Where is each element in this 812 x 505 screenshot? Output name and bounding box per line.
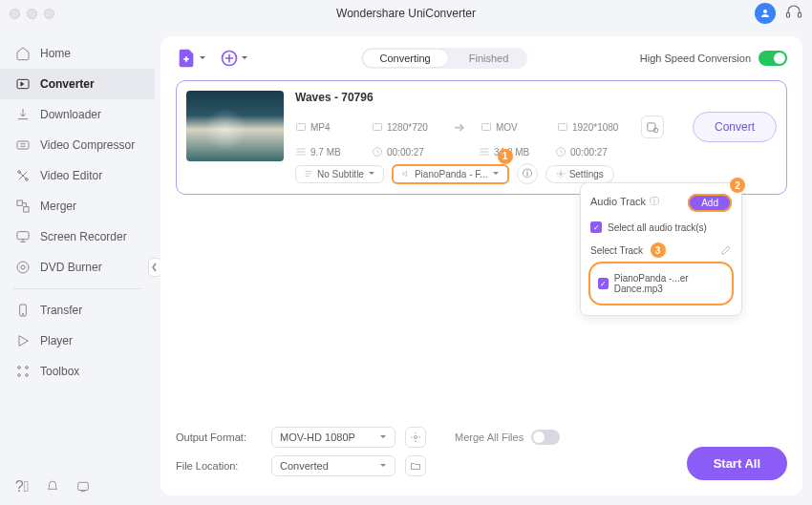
start-all-button[interactable]: Start All	[687, 447, 787, 480]
step-2-badge: 2	[730, 178, 745, 193]
sidebar-collapse-handle[interactable]	[148, 258, 161, 277]
notification-icon[interactable]	[44, 478, 61, 495]
sidebar-item-label: Transfer	[40, 304, 82, 317]
tab-finished[interactable]: Finished	[450, 48, 528, 69]
arrow-icon: ➜	[454, 119, 465, 135]
main-panel: Converting Finished High Speed Conversio…	[160, 36, 802, 495]
sidebar-item-label: Converter	[40, 77, 95, 91]
step-1-badge: 1	[498, 149, 513, 164]
svg-rect-30	[78, 482, 89, 490]
svg-point-18	[26, 374, 29, 377]
svg-rect-7	[17, 200, 22, 205]
sidebar-item-label: Home	[40, 47, 71, 60]
sidebar-item-label: Video Editor	[40, 169, 102, 182]
sidebar-item-player[interactable]: Player	[0, 326, 155, 356]
output-settings-icon[interactable]	[405, 427, 426, 448]
svg-rect-22	[482, 124, 491, 131]
svg-point-15	[18, 367, 21, 369]
hsc-toggle[interactable]	[759, 51, 787, 66]
svg-point-16	[26, 367, 29, 369]
svg-point-10	[17, 262, 29, 273]
sidebar-item-label: Screen Recorder	[40, 230, 127, 243]
svg-rect-20	[297, 124, 306, 131]
sidebar-item-recorder[interactable]: Screen Recorder	[0, 221, 155, 252]
video-thumbnail[interactable]	[186, 91, 284, 161]
src-resolution: 1280*720	[372, 121, 438, 133]
feedback-icon[interactable]	[75, 478, 92, 495]
sidebar-item-label: Toolbox	[40, 365, 79, 378]
add-url-button[interactable]	[220, 49, 248, 68]
add-file-button[interactable]	[176, 48, 206, 69]
track-filename: PianoPanda -...er Dance.mp3	[614, 273, 724, 294]
src-size: 9.7 MB	[295, 146, 362, 158]
svg-rect-1	[787, 13, 790, 18]
app-title: Wondershare UniConverter	[336, 7, 476, 20]
sidebar-item-label: DVD Burner	[40, 261, 102, 274]
open-folder-icon[interactable]	[405, 455, 426, 476]
audio-track-row[interactable]: PianoPanda -...er Dance.mp3	[588, 262, 734, 305]
sidebar-item-label: Downloader	[40, 108, 101, 121]
svg-point-28	[559, 173, 562, 176]
sidebar: Home Converter Downloader Video Compress…	[0, 27, 155, 505]
sidebar-item-toolbox[interactable]: Toolbox	[0, 356, 155, 387]
svg-marker-14	[19, 336, 28, 347]
svg-point-0	[763, 10, 767, 13]
file-location-label: File Location:	[176, 460, 262, 472]
dst-duration: 00:00:27	[555, 146, 622, 158]
merge-label: Merge All Files	[455, 431, 524, 443]
select-all-row[interactable]: Select all audio track(s)	[590, 218, 732, 237]
sidebar-item-label: Player	[40, 334, 73, 347]
src-format: MP4	[295, 121, 362, 133]
svg-rect-23	[559, 124, 567, 131]
select-track-label: Select Track	[590, 245, 643, 256]
sidebar-item-converter[interactable]: Converter	[0, 69, 155, 99]
info-icon[interactable]: ⓘ	[517, 163, 538, 184]
tab-segment: Converting Finished	[361, 48, 528, 69]
convert-button[interactable]: Convert	[693, 112, 777, 142]
file-location-select[interactable]: Converted	[271, 455, 395, 476]
edit-icon[interactable]	[720, 244, 732, 256]
support-icon[interactable]	[785, 3, 802, 24]
svg-point-17	[18, 374, 21, 377]
sidebar-item-compressor[interactable]: Video Compressor	[0, 130, 155, 160]
popover-title: Audio Trackⓘ	[590, 195, 659, 208]
sidebar-item-transfer[interactable]: Transfer	[0, 295, 155, 326]
svg-rect-8	[24, 207, 29, 212]
sidebar-item-label: Video Compressor	[40, 138, 135, 152]
divider	[13, 288, 141, 289]
output-format-label: Output Format:	[176, 431, 262, 443]
step-3-badge: 3	[651, 242, 666, 258]
svg-rect-21	[374, 124, 382, 131]
svg-rect-9	[17, 232, 29, 240]
sidebar-item-home[interactable]: Home	[0, 38, 155, 69]
audio-track-select[interactable]: PianoPanda - F... 1	[392, 164, 509, 184]
svg-point-29	[415, 436, 417, 439]
hsc-label: High Speed Conversion	[640, 53, 751, 64]
merge-toggle[interactable]	[531, 430, 560, 445]
user-avatar-icon[interactable]	[755, 3, 776, 24]
output-settings-button[interactable]	[641, 116, 664, 138]
svg-point-11	[21, 265, 25, 269]
audio-track-popover: Audio Trackⓘ Add 2 Select all audio trac…	[580, 182, 742, 316]
tab-converting[interactable]: Converting	[363, 50, 448, 67]
sidebar-item-downloader[interactable]: Downloader	[0, 99, 155, 130]
file-card: Waves - 70796 MP4 1280*720 ➜ MOV 1920*10…	[176, 80, 787, 195]
sidebar-item-label: Merger	[40, 200, 76, 213]
sidebar-item-dvd[interactable]: DVD Burner	[0, 252, 155, 283]
add-audio-button[interactable]: Add	[688, 194, 732, 212]
svg-point-25	[653, 128, 658, 133]
output-format-select[interactable]: MOV-HD 1080P	[271, 427, 395, 448]
svg-point-13	[22, 313, 23, 314]
dst-format: MOV	[481, 121, 547, 133]
track-checkbox[interactable]	[598, 278, 609, 289]
dst-resolution: 1920*1080	[557, 121, 624, 133]
svg-rect-2	[799, 13, 801, 18]
sidebar-item-merger[interactable]: Merger	[0, 191, 155, 221]
file-title: Waves - 70796	[295, 91, 777, 104]
window-controls[interactable]	[10, 9, 54, 19]
sidebar-item-editor[interactable]: Video Editor	[0, 160, 155, 191]
subtitle-select[interactable]: No Subtitle	[295, 165, 384, 183]
help-icon[interactable]: ?⃝	[13, 478, 31, 495]
item-settings-button[interactable]: Settings	[545, 165, 614, 183]
select-all-checkbox[interactable]	[590, 221, 602, 233]
